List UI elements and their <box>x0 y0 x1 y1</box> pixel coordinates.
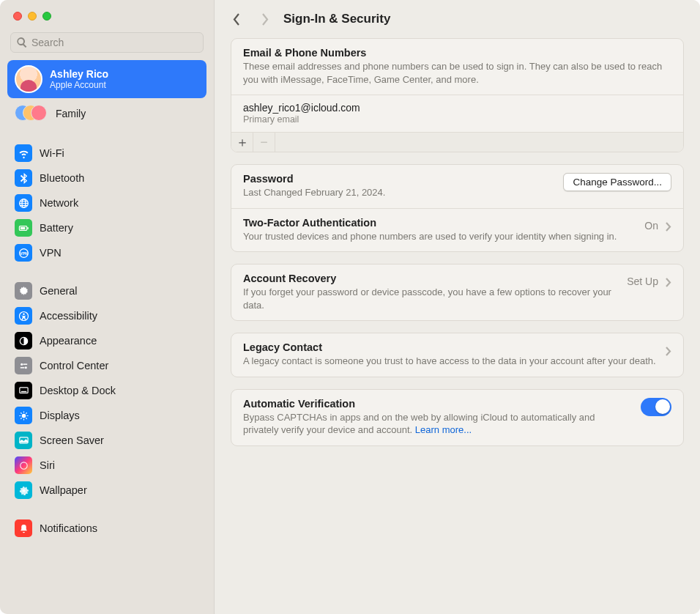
sidebar-item-battery[interactable]: Battery <box>7 215 206 240</box>
sidebar-item-bluetooth[interactable]: Bluetooth <box>7 166 206 191</box>
chevron-right-icon <box>666 277 671 290</box>
svg-rect-3 <box>27 227 28 229</box>
sidebar: Ashley Rico Apple Account Family Wi-Fi B… <box>0 0 215 614</box>
change-password-button[interactable]: Change Password... <box>563 173 671 191</box>
main-panel: Sign-In & Security Email & Phone Numbers… <box>215 0 700 614</box>
vpn-icon: VPN <box>15 244 32 262</box>
control-center-icon <box>15 357 32 374</box>
two-factor-row[interactable]: Two-Factor Authentication Your trusted d… <box>231 208 683 252</box>
legacy-contact-row[interactable]: Legacy Contact A legacy contact is someo… <box>231 333 683 377</box>
siri-icon <box>15 456 32 474</box>
chevron-right-icon <box>666 221 671 234</box>
family-label: Family <box>56 108 86 119</box>
auto-verification-toggle[interactable] <box>641 398 671 416</box>
account-recovery-status: Set Up <box>627 275 658 287</box>
gear-icon <box>15 282 32 300</box>
chevron-right-icon <box>261 13 269 26</box>
search-icon <box>16 37 28 48</box>
email-value: ashley_rico1@icloud.com <box>243 102 671 114</box>
two-factor-status: On <box>644 220 658 232</box>
account-recovery-card: Account Recovery If you forget your pass… <box>231 264 684 321</box>
page-title: Sign-In & Security <box>283 12 390 26</box>
user-avatar <box>15 65 42 93</box>
content-scroll[interactable]: Email & Phone Numbers These email addres… <box>215 35 700 614</box>
svg-point-12 <box>24 366 26 369</box>
svg-rect-13 <box>20 367 24 369</box>
sidebar-item-network[interactable]: Network <box>7 191 206 215</box>
battery-icon <box>15 219 32 237</box>
password-row: Password Last Changed February 21, 2024.… <box>231 165 683 208</box>
sidebar-item-appearance[interactable]: Appearance <box>7 328 206 353</box>
sidebar-item-control-center[interactable]: Control Center <box>7 353 206 378</box>
email-phone-card: Email & Phone Numbers These email addres… <box>231 38 684 152</box>
family-avatars <box>15 105 47 122</box>
maximize-window-button[interactable] <box>42 12 51 21</box>
password-2fa-card: Password Last Changed February 21, 2024.… <box>231 164 684 252</box>
legacy-contact-card: Legacy Contact A legacy contact is someo… <box>231 333 684 377</box>
close-window-button[interactable] <box>13 12 22 21</box>
window-controls <box>0 0 214 21</box>
svg-point-18 <box>20 462 26 468</box>
sidebar-item-accessibility[interactable]: Accessibility <box>7 303 206 328</box>
auto-verification-row: Automatic Verification Bypass CAPTCHAs i… <box>231 390 683 445</box>
wallpaper-icon <box>15 481 32 499</box>
email-entry-row[interactable]: ashley_rico1@icloud.com Primary email <box>231 95 683 132</box>
sidebar-item-displays[interactable]: Displays <box>7 403 206 428</box>
search-field-wrap <box>10 32 204 53</box>
svg-text:VPN: VPN <box>20 251 28 256</box>
bell-icon <box>15 519 32 537</box>
sidebar-item-apple-account[interactable]: Ashley Rico Apple Account <box>7 60 206 98</box>
email-phone-actions: ＋ − <box>231 132 683 152</box>
chevron-left-icon <box>233 13 241 26</box>
svg-point-8 <box>23 313 24 314</box>
appearance-icon <box>15 332 32 349</box>
remove-email-button: − <box>253 133 275 152</box>
sidebar-item-notifications[interactable]: Notifications <box>7 516 206 541</box>
svg-rect-11 <box>23 363 27 365</box>
svg-point-16 <box>21 413 26 418</box>
sidebar-item-wallpaper[interactable]: Wallpaper <box>7 478 206 503</box>
nav-back-button[interactable] <box>228 10 245 28</box>
sidebar-list[interactable]: Ashley Rico Apple Account Family Wi-Fi B… <box>0 60 214 614</box>
nav-forward-button <box>256 10 273 28</box>
displays-icon <box>15 407 32 424</box>
sidebar-item-desktop-dock[interactable]: Desktop & Dock <box>7 378 206 403</box>
user-name: Ashley Rico <box>50 68 108 80</box>
chevron-right-icon <box>666 346 671 359</box>
auto-verification-card: Automatic Verification Bypass CAPTCHAs i… <box>231 389 684 446</box>
email-sub: Primary email <box>243 114 671 125</box>
globe-icon <box>15 194 32 212</box>
settings-window: Ashley Rico Apple Account Family Wi-Fi B… <box>0 0 700 614</box>
sidebar-item-vpn[interactable]: VPN VPN <box>7 240 206 265</box>
email-phone-header: Email & Phone Numbers These email addres… <box>231 39 683 95</box>
screen-saver-icon <box>15 432 32 449</box>
learn-more-link[interactable]: Learn more... <box>415 424 472 435</box>
svg-point-10 <box>21 363 23 365</box>
minimize-window-button[interactable] <box>28 12 37 21</box>
desktop-dock-icon <box>15 382 32 399</box>
svg-rect-15 <box>21 391 26 391</box>
search-input[interactable] <box>10 32 204 53</box>
accessibility-icon <box>15 307 32 325</box>
wifi-icon <box>15 144 32 162</box>
sidebar-item-family[interactable]: Family <box>7 100 206 127</box>
svg-rect-4 <box>20 227 25 229</box>
header: Sign-In & Security <box>215 0 700 35</box>
sidebar-item-siri[interactable]: Siri <box>7 453 206 478</box>
account-recovery-row[interactable]: Account Recovery If you forget your pass… <box>231 265 683 320</box>
sidebar-item-wifi[interactable]: Wi-Fi <box>7 141 206 166</box>
bluetooth-icon <box>15 169 32 187</box>
user-sub: Apple Account <box>50 80 108 90</box>
sidebar-item-general[interactable]: General <box>7 278 206 303</box>
sidebar-item-screen-saver[interactable]: Screen Saver <box>7 428 206 453</box>
add-email-button[interactable]: ＋ <box>231 133 253 152</box>
